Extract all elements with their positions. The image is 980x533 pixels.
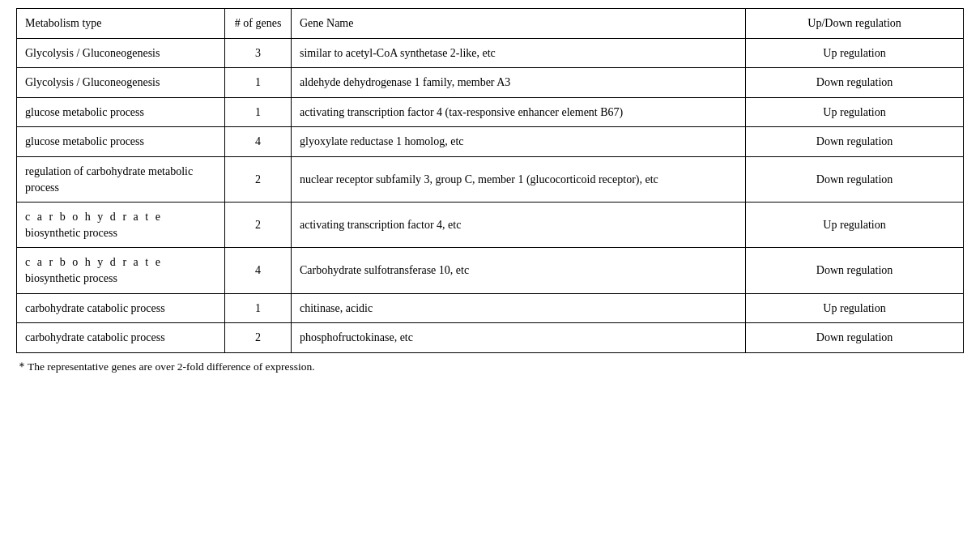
num-genes-cell: 1 xyxy=(225,97,292,127)
table-row: carbohydrate catabolic process2phosphofr… xyxy=(17,323,964,353)
header-metabolism-type: Metabolism type xyxy=(17,9,225,39)
regulation-cell: Up regulation xyxy=(746,38,964,68)
metabolism-letter-spaced: c a r b o h y d r a t e xyxy=(25,211,163,223)
num-genes-cell: 3 xyxy=(225,38,292,68)
table-row: glucose metabolic process1activating tra… xyxy=(17,97,964,127)
regulation-cell: Down regulation xyxy=(746,68,964,98)
table-row: regulation of carbohydrate metabolic pro… xyxy=(17,156,964,202)
metabolism-table-container: Metabolism type # of genes Gene Name Up/… xyxy=(16,8,964,353)
header-num-genes-text: # of genes xyxy=(235,17,282,29)
header-gene-name: Gene Name xyxy=(292,9,746,39)
table-row: glucose metabolic process4glyoxylate red… xyxy=(17,127,964,157)
regulation-cell: Down regulation xyxy=(746,156,964,202)
num-genes-cell: 2 xyxy=(225,156,292,202)
metabolism-table: Metabolism type # of genes Gene Name Up/… xyxy=(16,8,964,353)
table-row: carbohydrate catabolic process1chitinase… xyxy=(17,293,964,323)
metabolism-type-cell: c a r b o h y d r a t e biosynthetic pro… xyxy=(17,203,225,248)
num-genes-cell: 1 xyxy=(225,293,292,323)
gene-name-cell: similar to acetyl-CoA synthetase 2-like,… xyxy=(292,38,746,68)
regulation-cell: Up regulation xyxy=(746,97,964,127)
table-row: Glycolysis / Gluconeogenesis3similar to … xyxy=(17,38,964,68)
num-genes-cell: 2 xyxy=(225,203,292,248)
num-genes-cell: 2 xyxy=(225,323,292,353)
table-row: Glycolysis / Gluconeogenesis1aldehyde de… xyxy=(17,68,964,98)
regulation-cell: Up regulation xyxy=(746,203,964,248)
gene-name-cell: activating transcription factor 4, etc xyxy=(292,203,746,248)
regulation-cell: Down regulation xyxy=(746,127,964,157)
regulation-cell: Up regulation xyxy=(746,293,964,323)
header-num-genes: # of genes xyxy=(225,9,292,39)
metabolism-letter-spaced: c a r b o h y d r a t e xyxy=(25,256,163,268)
header-row: Metabolism type # of genes Gene Name Up/… xyxy=(17,9,964,39)
gene-name-cell: phosphofructokinase, etc xyxy=(292,323,746,353)
regulation-cell: Down regulation xyxy=(746,323,964,353)
table-row: c a r b o h y d r a t e biosynthetic pro… xyxy=(17,248,964,293)
footnote: ＊The representative genes are over 2-fol… xyxy=(16,360,964,374)
gene-name-cell: activating transcription factor 4 (tax-r… xyxy=(292,97,746,127)
header-regulation: Up/Down regulation xyxy=(746,9,964,39)
num-genes-cell: 1 xyxy=(225,68,292,98)
metabolism-type-cell: Glycolysis / Gluconeogenesis xyxy=(17,38,225,68)
num-genes-cell: 4 xyxy=(225,248,292,293)
metabolism-type-cell: regulation of carbohydrate metabolic pro… xyxy=(17,156,225,202)
metabolism-type-cell: c a r b o h y d r a t e biosynthetic pro… xyxy=(17,248,225,293)
metabolism-type-cell: carbohydrate catabolic process xyxy=(17,323,225,353)
gene-name-cell: Carbohydrate sulfotransferase 10, etc xyxy=(292,248,746,293)
metabolism-type-cell: glucose metabolic process xyxy=(17,97,225,127)
metabolism-type-cell: glucose metabolic process xyxy=(17,127,225,157)
gene-name-cell: nuclear receptor subfamily 3, group C, m… xyxy=(292,156,746,202)
metabolism-type-cell: carbohydrate catabolic process xyxy=(17,293,225,323)
regulation-cell: Down regulation xyxy=(746,248,964,293)
table-row: c a r b o h y d r a t e biosynthetic pro… xyxy=(17,203,964,248)
num-genes-cell: 4 xyxy=(225,127,292,157)
metabolism-type-cell: Glycolysis / Gluconeogenesis xyxy=(17,68,225,98)
gene-name-cell: aldehyde dehydrogenase 1 family, member … xyxy=(292,68,746,98)
gene-name-cell: chitinase, acidic xyxy=(292,293,746,323)
gene-name-cell: glyoxylate reductase 1 homolog, etc xyxy=(292,127,746,157)
